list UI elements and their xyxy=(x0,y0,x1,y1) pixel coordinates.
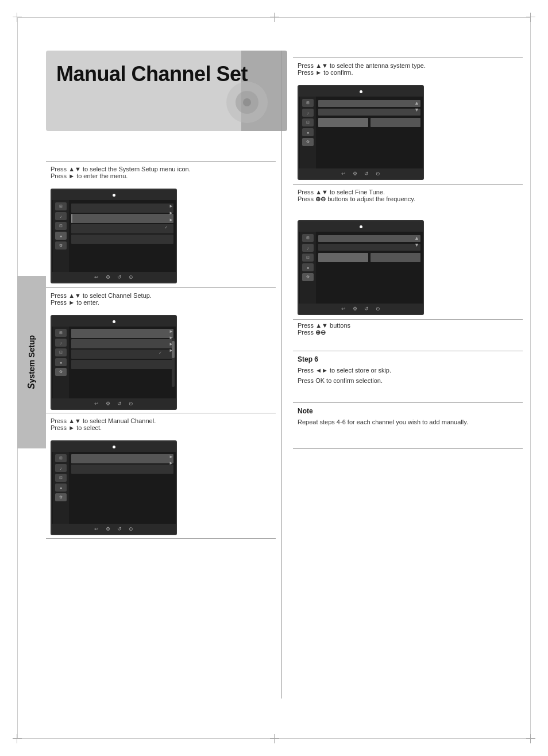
svg-point-2 xyxy=(243,98,251,106)
tv-screen-1: ⊞ ♪ ⊡ ● ✿ ✓ ► ► ► xyxy=(51,184,177,291)
tv-screen-5: ⊞ ♪ ⊡ ● ✿ ▲ ▼ xyxy=(298,216,424,323)
icon-4: ● xyxy=(55,232,67,240)
corner-mark-bl xyxy=(13,734,22,743)
icon-5: ✿ xyxy=(55,241,67,250)
step3-instruction: Press ▲▼ to select Manual Channel. Press… xyxy=(51,417,275,431)
tv-screen-3: ⊞ ♪ ⊡ ● ✿ ► ► ↩ ⚙ ↺ ⊙ xyxy=(51,436,177,543)
divider-right-top xyxy=(293,57,523,58)
note-block: Note Repeat steps 4-6 for each channel y… xyxy=(298,407,522,428)
column-divider xyxy=(281,51,282,699)
step6-instruction: Press ◄► to select store or skip. Press … xyxy=(298,366,522,386)
sidebar-label-text: System Setup xyxy=(26,335,37,389)
tv-screen-2: ⊞ ♪ ⊡ ● ✿ ✓ ► ► ► ► xyxy=(51,310,177,418)
step6-block: Step 6 Press ◄► to select store or skip.… xyxy=(298,355,522,386)
screen-content-4: ▲ ▼ xyxy=(316,97,423,168)
sidebar-label: System Setup xyxy=(17,276,46,448)
step4-block: Press ▲▼ to select the antenna system ty… xyxy=(298,62,522,78)
tv-screen-4: ⊞ ♪ ⊡ ● ✿ ▲ ▼ xyxy=(298,80,424,188)
step3-block: Press ▲▼ to select Manual Channel. Press… xyxy=(51,417,275,433)
step1-block: Press ▲▼ to select the System Setup menu… xyxy=(51,166,275,182)
step1-arrows: ▲▼ xyxy=(68,166,81,172)
screen-content-1: ✓ ► ► ► xyxy=(69,200,176,272)
step4-instruction: Press ▲▼ to select the antenna system ty… xyxy=(298,62,522,76)
step2-instruction: Press ▲▼ to select Channel Setup. Press … xyxy=(51,292,275,306)
corner-mark-bottom-center xyxy=(270,734,279,743)
screen-content-5: ▲ ▼ xyxy=(316,232,423,304)
cd-icon xyxy=(224,79,270,125)
step1-right: ► xyxy=(68,172,75,179)
icon-3: ⊡ xyxy=(55,222,67,230)
menu-dot xyxy=(113,194,115,197)
note-header: Note xyxy=(298,407,522,415)
step5-instruction: Press ▲▼ to select Fine Tune. Press ⊕⊖ b… xyxy=(298,189,522,203)
title-area: Manual Channel Set xyxy=(46,51,287,131)
corner-mark-tr xyxy=(526,13,535,22)
step6-header: Step 6 xyxy=(298,355,522,363)
divider-step1-top xyxy=(46,161,276,162)
divider-step5-bottom xyxy=(293,319,523,320)
page-border-right xyxy=(530,17,531,739)
page-title: Manual Channel Set xyxy=(56,62,248,86)
step2-block: Press ▲▼ to select Channel Setup. Press … xyxy=(51,292,275,308)
divider-step3-bottom xyxy=(46,538,276,539)
divider-step1-bottom xyxy=(46,287,276,288)
divider-step2-bottom xyxy=(46,413,276,413)
divider-note-bottom xyxy=(293,448,523,449)
note-text: Repeat steps 4-6 for each channel you wi… xyxy=(298,417,522,428)
screen-content-2: ✓ ► ► ► ► xyxy=(69,327,176,398)
icon-2: ♪ xyxy=(55,212,67,220)
divider-step6-bottom xyxy=(293,402,523,403)
screen-content-3: ► ► xyxy=(69,452,176,524)
divider-step4-bottom xyxy=(293,184,523,185)
step5-block: Press ▲▼ to select Fine Tune. Press ⊕⊖ b… xyxy=(298,189,522,205)
step1-instruction: Press ▲▼ to select the System Setup menu… xyxy=(51,166,275,179)
corner-mark-top-center xyxy=(270,13,279,22)
divider-step6-top xyxy=(293,351,523,351)
icon-1: ⊞ xyxy=(55,202,67,210)
corner-mark-tl xyxy=(13,13,22,22)
left-icons: ⊞ ♪ ⊡ ● ✿ xyxy=(53,200,69,272)
nav-bar-1: ↩ ⚙ ↺ ⊙ xyxy=(52,272,176,282)
corner-mark-br xyxy=(526,734,535,743)
step5-sub: Press ▲▼ buttons Press ⊕⊖ xyxy=(298,322,522,336)
